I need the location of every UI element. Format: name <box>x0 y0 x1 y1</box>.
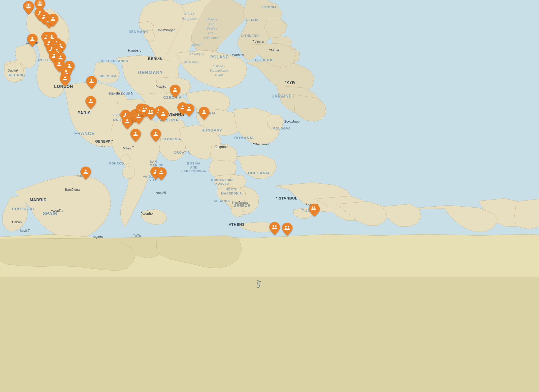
map-background <box>0 0 539 392</box>
svg-point-50 <box>203 110 205 112</box>
pin-scotland-1[interactable] <box>23 1 34 15</box>
svg-point-6 <box>28 4 29 6</box>
svg-point-43 <box>151 110 153 112</box>
svg-point-47 <box>174 88 176 90</box>
svg-point-40 <box>143 108 144 109</box>
svg-point-31 <box>64 77 66 78</box>
svg-point-57 <box>275 225 277 227</box>
svg-point-60 <box>312 206 313 208</box>
svg-point-61 <box>314 206 315 208</box>
pin-nengland-1[interactable] <box>26 33 38 47</box>
svg-point-46 <box>162 112 164 114</box>
pin-london-1[interactable] <box>59 73 71 87</box>
pin-england-3[interactable] <box>47 13 59 27</box>
pin-rome-2[interactable] <box>155 167 167 181</box>
svg-point-17 <box>52 17 54 19</box>
svg-point-32 <box>91 79 92 81</box>
svg-point-21 <box>48 41 50 43</box>
svg-point-30 <box>65 70 67 72</box>
pin-turkey-far[interactable] <box>309 203 320 217</box>
pin-slovakia[interactable] <box>198 106 210 120</box>
pin-milan[interactable] <box>130 128 141 142</box>
svg-point-18 <box>31 37 33 39</box>
svg-point-8 <box>39 2 41 4</box>
svg-rect-1 <box>0 277 539 392</box>
pin-nitaly[interactable] <box>150 128 161 142</box>
svg-point-42 <box>149 110 150 112</box>
pin-prague[interactable] <box>169 84 181 98</box>
svg-point-55 <box>85 170 87 172</box>
pin-central-6[interactable] <box>157 108 169 122</box>
pin-turkey-east-2[interactable] <box>281 222 293 236</box>
map-container: UNITED IRELAND LONDON Glasgow Dublin NET… <box>0 0 539 392</box>
pin-turkey-east-1[interactable] <box>269 221 280 236</box>
pin-vienna-2[interactable] <box>183 103 195 117</box>
svg-point-36 <box>126 119 128 121</box>
svg-point-56 <box>273 225 274 227</box>
svg-point-20 <box>51 35 53 37</box>
svg-point-28 <box>58 62 60 64</box>
svg-point-52 <box>155 132 157 134</box>
svg-point-54 <box>160 171 162 172</box>
svg-point-51 <box>135 132 137 134</box>
svg-point-33 <box>90 99 92 101</box>
svg-point-29 <box>69 64 70 66</box>
pin-belgium[interactable] <box>86 75 97 89</box>
pin-paris[interactable] <box>85 95 96 110</box>
pin-barcelona[interactable] <box>80 166 91 180</box>
svg-point-27 <box>60 56 61 57</box>
svg-point-59 <box>288 226 289 227</box>
svg-point-58 <box>285 226 287 227</box>
svg-point-49 <box>188 107 190 109</box>
